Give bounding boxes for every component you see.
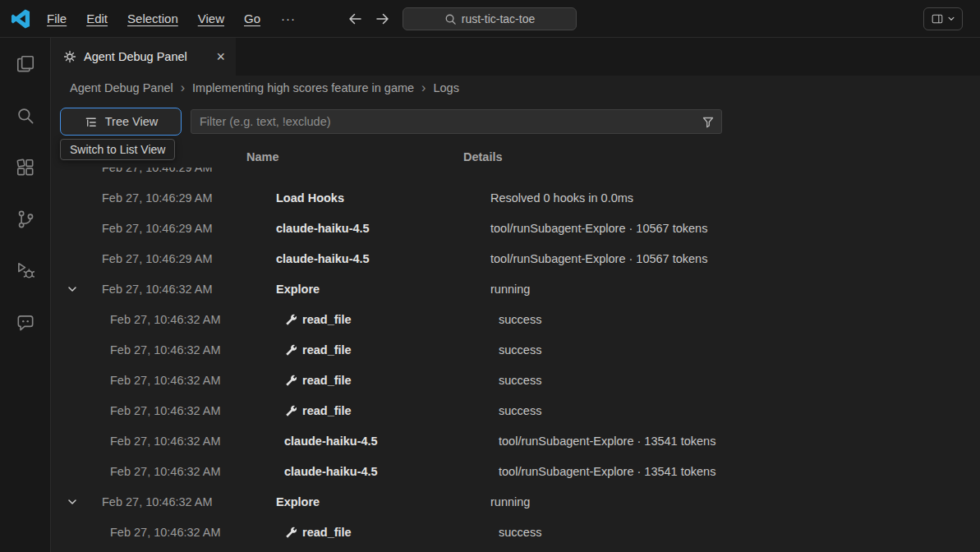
log-row[interactable]: Feb 27, 10:46:29 AM claude-haiku-4.5 too…: [51, 243, 980, 274]
tab-label: Agent Debug Panel: [84, 50, 187, 63]
forward-icon[interactable]: [374, 10, 392, 28]
log-row[interactable]: Feb 27, 10:46:29 AM Load Hooks Resolved …: [51, 182, 980, 213]
search-box[interactable]: rust-tic-tac-toe: [403, 7, 577, 30]
titlebar: FileEditSelectionViewGo ··· rust-tic-tac…: [0, 0, 980, 38]
agent-debug-panel: Tree View Switch to List View Name Detai…: [51, 100, 980, 552]
chat-icon: [15, 312, 36, 334]
vscode-logo-icon: [11, 9, 30, 29]
more-menu-button[interactable]: ···: [270, 0, 306, 38]
row-details: success: [490, 313, 980, 326]
row-name-cell: Load Hooks: [276, 191, 490, 205]
column-header-name: Name: [246, 150, 279, 163]
row-details: tool/runSubagent-Explore · 10567 tokens: [490, 252, 980, 265]
gear-icon: [63, 50, 76, 63]
back-icon[interactable]: [346, 10, 364, 28]
sidebar-item-chat[interactable]: [0, 297, 51, 348]
row-name: read_file: [302, 313, 352, 326]
row-name-cell: claude-haiku-4.5: [276, 435, 490, 448]
layout-icon: [931, 12, 944, 25]
row-time: Feb 27, 10:46:29 AM: [102, 191, 276, 205]
row-name: read_file: [302, 374, 352, 387]
log-row[interactable]: Feb 27, 10:46:29 AM claude-haiku-4.5 too…: [51, 213, 980, 243]
row-expand-chevron-icon[interactable]: [62, 283, 102, 295]
row-name-cell: Explore: [276, 495, 490, 508]
breadcrumb: Agent Debug Panel›Implementing high scor…: [51, 76, 980, 100]
tab-agent-debug-panel[interactable]: Agent Debug Panel ×: [51, 38, 236, 76]
row-expand-chevron-icon[interactable]: [62, 496, 102, 508]
menu-item[interactable]: View: [188, 0, 234, 38]
filter-funnel-icon[interactable]: [702, 115, 715, 128]
log-row[interactable]: Feb 27, 10:46:29 AM: [51, 168, 980, 182]
row-details: running: [490, 283, 980, 296]
row-details: success: [490, 343, 980, 356]
menu-item[interactable]: File: [37, 0, 76, 38]
activity-bar: [0, 38, 51, 552]
tree-view-toggle-button[interactable]: Tree View: [60, 108, 182, 136]
log-row[interactable]: Feb 27, 10:46:32 AM claude-haiku-4.5 too…: [51, 456, 980, 486]
row-name-cell: read_file: [276, 313, 490, 326]
log-row[interactable]: Feb 27, 10:46:32 AM claude-haiku-4.5 too…: [51, 426, 980, 456]
column-header-details: Details: [463, 150, 503, 163]
breadcrumb-item[interactable]: Implementing high scores feature in game: [192, 81, 414, 94]
breadcrumb-separator-icon: ›: [181, 80, 185, 95]
row-name: claude-haiku-4.5: [276, 252, 370, 265]
menu-item[interactable]: Selection: [117, 0, 188, 38]
breadcrumb-separator-icon: ›: [421, 80, 426, 95]
row-name-cell: Explore: [276, 283, 490, 296]
filter-input[interactable]: [191, 109, 722, 134]
sidebar-item-explorer[interactable]: [0, 38, 51, 90]
row-time: Feb 27, 10:46:32 AM: [102, 374, 276, 387]
search-icon: [444, 13, 457, 25]
sidebar-item-run-debug[interactable]: [0, 245, 51, 297]
extensions-icon: [15, 157, 36, 178]
row-time: Feb 27, 10:46:32 AM: [102, 343, 276, 356]
log-row[interactable]: Feb 27, 10:46:32 AM Explore running: [51, 486, 980, 517]
row-time: Feb 27, 10:46:32 AM: [102, 465, 276, 478]
chevron-down-icon: [947, 15, 955, 23]
log-row[interactable]: Feb 27, 10:46:32 AM read_file success: [51, 395, 980, 426]
search-value: rust-tic-tac-toe: [462, 12, 535, 25]
log-row[interactable]: Feb 27, 10:46:32 AM read_file success: [51, 365, 980, 395]
row-time: Feb 27, 10:46:32 AM: [102, 495, 276, 508]
search-sidebar-icon: [15, 105, 36, 126]
explorer-icon: [15, 53, 36, 75]
row-name-cell: read_file: [276, 374, 490, 387]
sidebar-item-extensions[interactable]: [0, 141, 51, 193]
layout-control[interactable]: [923, 7, 963, 30]
tab-bar: Agent Debug Panel ×: [51, 38, 980, 76]
row-name: Load Hooks: [276, 191, 344, 205]
menu-item[interactable]: Edit: [76, 0, 117, 38]
menu-item[interactable]: Go: [234, 0, 270, 38]
row-time: Feb 27, 10:46:32 AM: [102, 313, 276, 326]
row-details: success: [490, 374, 980, 387]
log-row[interactable]: Feb 27, 10:46:32 AM read_file success: [51, 334, 980, 365]
row-details: tool/runSubagent-Explore · 13541 tokens: [490, 435, 980, 448]
row-name: read_file: [302, 526, 352, 539]
row-details: tool/runSubagent-Explore · 13541 tokens: [490, 465, 980, 478]
row-name: read_file: [302, 404, 352, 417]
row-details: running: [490, 495, 980, 508]
breadcrumb-item[interactable]: Agent Debug Panel: [70, 81, 173, 94]
filter-box: [191, 109, 722, 134]
row-details: tool/runSubagent-Explore · 10567 tokens: [490, 222, 980, 235]
row-time: Feb 27, 10:46:29 AM: [102, 252, 276, 265]
tools-icon: [284, 526, 297, 538]
close-icon[interactable]: ×: [216, 49, 225, 64]
row-name: claude-haiku-4.5: [284, 435, 378, 448]
log-row[interactable]: Feb 27, 10:46:32 AM read_file success: [51, 304, 980, 334]
sidebar-item-search[interactable]: [0, 90, 51, 141]
row-time: Feb 27, 10:46:32 AM: [102, 526, 276, 539]
source-control-icon: [15, 209, 36, 230]
tools-icon: [284, 404, 297, 416]
row-time: Feb 27, 10:46:29 AM: [102, 222, 276, 235]
sidebar-item-source-control[interactable]: [0, 193, 51, 245]
row-name-cell: claude-haiku-4.5: [276, 465, 490, 478]
breadcrumb-item[interactable]: Logs: [433, 81, 458, 94]
tools-icon: [284, 343, 297, 356]
tools-icon: [284, 374, 297, 386]
log-row[interactable]: Feb 27, 10:46:32 AM read_file success: [51, 517, 980, 547]
log-row[interactable]: Feb 27, 10:46:32 AM Explore running: [51, 274, 980, 304]
row-time: Feb 27, 10:46:29 AM: [102, 168, 276, 174]
run-debug-icon: [15, 260, 36, 282]
row-details: success: [490, 404, 980, 417]
